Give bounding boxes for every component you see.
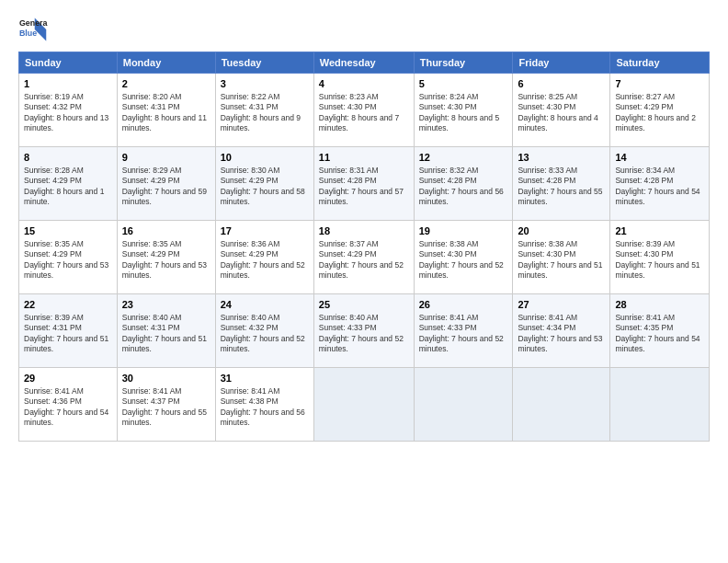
calendar-week-4: 22Sunrise: 8:39 AMSunset: 4:31 PMDayligh… [19, 294, 710, 368]
day-number: 22 [24, 298, 112, 312]
calendar-cell: 15Sunrise: 8:35 AMSunset: 4:29 PMDayligh… [19, 221, 118, 294]
calendar-cell: 5Sunrise: 8:24 AMSunset: 4:30 PMDaylight… [414, 74, 513, 147]
calendar-cell: 3Sunrise: 8:22 AMSunset: 4:31 PMDaylight… [215, 74, 313, 147]
day-number: 25 [319, 298, 409, 312]
calendar-cell [414, 368, 513, 442]
day-info: Sunrise: 8:19 AMSunset: 4:32 PMDaylight:… [24, 92, 112, 134]
day-number: 20 [518, 224, 605, 238]
day-info: Sunrise: 8:41 AMSunset: 4:33 PMDaylight:… [419, 313, 508, 355]
day-info: Sunrise: 8:40 AMSunset: 4:33 PMDaylight:… [319, 313, 409, 355]
calendar-cell: 31Sunrise: 8:41 AMSunset: 4:38 PMDayligh… [215, 368, 313, 442]
calendar-cell: 2Sunrise: 8:20 AMSunset: 4:31 PMDaylight… [117, 74, 215, 147]
calendar-cell: 12Sunrise: 8:32 AMSunset: 4:28 PMDayligh… [414, 147, 513, 221]
day-info: Sunrise: 8:41 AMSunset: 4:38 PMDaylight:… [221, 386, 309, 429]
day-info: Sunrise: 8:38 AMSunset: 4:30 PMDaylight:… [518, 239, 605, 282]
calendar-week-3: 15Sunrise: 8:35 AMSunset: 4:29 PMDayligh… [19, 221, 710, 294]
day-info: Sunrise: 8:40 AMSunset: 4:31 PMDaylight:… [122, 313, 210, 355]
calendar-cell: 28Sunrise: 8:41 AMSunset: 4:35 PMDayligh… [610, 294, 710, 368]
day-number: 11 [319, 151, 409, 165]
day-info: Sunrise: 8:39 AMSunset: 4:31 PMDaylight:… [24, 313, 112, 355]
day-number: 5 [419, 77, 508, 91]
weekday-header-saturday: Saturday [610, 52, 710, 74]
day-info: Sunrise: 8:20 AMSunset: 4:31 PMDaylight:… [122, 92, 210, 134]
weekday-header-sunday: Sunday [19, 52, 118, 74]
day-info: Sunrise: 8:36 AMSunset: 4:29 PMDaylight:… [221, 239, 309, 282]
calendar-cell: 4Sunrise: 8:23 AMSunset: 4:30 PMDaylight… [313, 74, 414, 147]
logo: General Blue [18, 15, 48, 44]
calendar-cell: 17Sunrise: 8:36 AMSunset: 4:29 PMDayligh… [215, 221, 313, 294]
day-number: 27 [518, 298, 605, 312]
calendar-cell: 24Sunrise: 8:40 AMSunset: 4:32 PMDayligh… [215, 294, 313, 368]
calendar-cell: 14Sunrise: 8:34 AMSunset: 4:28 PMDayligh… [610, 147, 710, 221]
calendar-cell: 23Sunrise: 8:40 AMSunset: 4:31 PMDayligh… [117, 294, 215, 368]
calendar-cell: 16Sunrise: 8:35 AMSunset: 4:29 PMDayligh… [117, 221, 215, 294]
day-info: Sunrise: 8:32 AMSunset: 4:28 PMDaylight:… [419, 166, 508, 208]
calendar-cell: 19Sunrise: 8:38 AMSunset: 4:30 PMDayligh… [414, 221, 513, 294]
day-number: 30 [122, 372, 210, 385]
day-number: 2 [122, 77, 210, 91]
calendar-cell: 7Sunrise: 8:27 AMSunset: 4:29 PMDaylight… [610, 74, 710, 147]
day-number: 29 [24, 372, 112, 385]
calendar-body: 1Sunrise: 8:19 AMSunset: 4:32 PMDaylight… [19, 74, 710, 442]
day-info: Sunrise: 8:27 AMSunset: 4:29 PMDaylight:… [615, 92, 704, 134]
day-number: 14 [615, 151, 704, 165]
calendar-cell [513, 368, 610, 442]
day-info: Sunrise: 8:23 AMSunset: 4:30 PMDaylight:… [319, 92, 409, 134]
calendar-cell: 22Sunrise: 8:39 AMSunset: 4:31 PMDayligh… [19, 294, 118, 368]
day-info: Sunrise: 8:25 AMSunset: 4:30 PMDaylight:… [518, 92, 605, 134]
day-info: Sunrise: 8:39 AMSunset: 4:30 PMDaylight:… [615, 239, 704, 282]
day-number: 18 [319, 224, 409, 238]
day-number: 1 [24, 77, 112, 91]
svg-text:General: General [19, 18, 48, 28]
day-info: Sunrise: 8:35 AMSunset: 4:29 PMDaylight:… [122, 239, 210, 282]
day-info: Sunrise: 8:40 AMSunset: 4:32 PMDaylight:… [221, 313, 309, 355]
day-number: 12 [419, 151, 508, 165]
svg-text:Blue: Blue [19, 29, 37, 38]
calendar-cell: 25Sunrise: 8:40 AMSunset: 4:33 PMDayligh… [313, 294, 414, 368]
day-number: 10 [221, 151, 309, 165]
calendar-cell: 11Sunrise: 8:31 AMSunset: 4:28 PMDayligh… [313, 147, 414, 221]
weekday-header-wednesday: Wednesday [313, 52, 414, 74]
calendar-cell: 27Sunrise: 8:41 AMSunset: 4:34 PMDayligh… [513, 294, 610, 368]
calendar-cell: 26Sunrise: 8:41 AMSunset: 4:33 PMDayligh… [414, 294, 513, 368]
weekday-header-friday: Friday [513, 52, 610, 74]
calendar-cell: 29Sunrise: 8:41 AMSunset: 4:36 PMDayligh… [19, 368, 118, 442]
day-info: Sunrise: 8:31 AMSunset: 4:28 PMDaylight:… [319, 166, 409, 208]
day-info: Sunrise: 8:35 AMSunset: 4:29 PMDaylight:… [24, 239, 112, 282]
day-info: Sunrise: 8:24 AMSunset: 4:30 PMDaylight:… [419, 92, 508, 134]
day-number: 19 [419, 224, 508, 238]
day-info: Sunrise: 8:29 AMSunset: 4:29 PMDaylight:… [122, 166, 210, 208]
header: General Blue [18, 15, 710, 44]
day-info: Sunrise: 8:22 AMSunset: 4:31 PMDaylight:… [221, 92, 309, 134]
calendar-cell: 18Sunrise: 8:37 AMSunset: 4:29 PMDayligh… [313, 221, 414, 294]
day-number: 3 [221, 77, 309, 91]
day-info: Sunrise: 8:37 AMSunset: 4:29 PMDaylight:… [319, 239, 409, 282]
day-info: Sunrise: 8:41 AMSunset: 4:35 PMDaylight:… [615, 313, 704, 355]
day-number: 26 [419, 298, 508, 312]
weekday-header-monday: Monday [117, 52, 215, 74]
calendar-cell: 8Sunrise: 8:28 AMSunset: 4:29 PMDaylight… [19, 147, 118, 221]
calendar-table: SundayMondayTuesdayWednesdayThursdayFrid… [18, 52, 710, 442]
day-number: 31 [221, 372, 309, 385]
day-number: 24 [221, 298, 309, 312]
day-number: 16 [122, 224, 210, 238]
calendar-cell: 9Sunrise: 8:29 AMSunset: 4:29 PMDaylight… [117, 147, 215, 221]
day-info: Sunrise: 8:38 AMSunset: 4:30 PMDaylight:… [419, 239, 508, 282]
calendar-cell: 6Sunrise: 8:25 AMSunset: 4:30 PMDaylight… [513, 74, 610, 147]
day-number: 28 [615, 298, 704, 312]
calendar-cell: 20Sunrise: 8:38 AMSunset: 4:30 PMDayligh… [513, 221, 610, 294]
calendar-cell: 1Sunrise: 8:19 AMSunset: 4:32 PMDaylight… [19, 74, 118, 147]
weekday-header-row: SundayMondayTuesdayWednesdayThursdayFrid… [19, 52, 710, 74]
day-number: 23 [122, 298, 210, 312]
day-number: 13 [518, 151, 605, 165]
day-number: 4 [319, 77, 409, 91]
calendar-cell: 30Sunrise: 8:41 AMSunset: 4:37 PMDayligh… [117, 368, 215, 442]
day-number: 21 [615, 224, 704, 238]
day-number: 9 [122, 151, 210, 165]
day-info: Sunrise: 8:34 AMSunset: 4:28 PMDaylight:… [615, 166, 704, 208]
day-number: 15 [24, 224, 112, 238]
day-info: Sunrise: 8:30 AMSunset: 4:29 PMDaylight:… [221, 166, 309, 208]
day-info: Sunrise: 8:41 AMSunset: 4:36 PMDaylight:… [24, 386, 112, 429]
calendar-cell [313, 368, 414, 442]
day-info: Sunrise: 8:41 AMSunset: 4:37 PMDaylight:… [122, 386, 210, 429]
